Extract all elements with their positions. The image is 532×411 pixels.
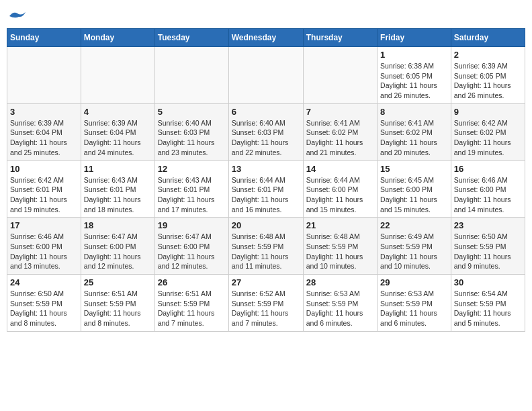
day-info: Sunrise: 6:41 AMSunset: 6:02 PMDaylight:… [380,118,448,158]
calendar-week-row: 1Sunrise: 6:38 AMSunset: 6:05 PMDaylight… [7,47,525,104]
day-info: Sunrise: 6:48 AMSunset: 5:59 PMDaylight:… [306,232,374,271]
weekday-header: Tuesday [154,29,228,47]
day-number: 28 [306,277,374,287]
day-info: Sunrise: 6:42 AMSunset: 6:01 PMDaylight:… [10,175,78,215]
day-number: 4 [84,107,152,117]
calendar-day-cell [81,47,154,104]
day-info: Sunrise: 6:43 AMSunset: 6:01 PMDaylight:… [84,175,152,215]
day-info: Sunrise: 6:53 AMSunset: 5:59 PMDaylight:… [380,289,448,328]
day-number: 5 [158,107,226,117]
calendar-day-cell: 2Sunrise: 6:39 AMSunset: 6:05 PMDaylight… [451,47,525,104]
day-number: 11 [84,164,152,174]
weekday-header: Friday [378,29,451,47]
logo-bird-icon [8,9,27,23]
day-number: 10 [10,164,78,174]
day-info: Sunrise: 6:43 AMSunset: 6:01 PMDaylight:… [158,175,226,215]
calendar-day-cell: 22Sunrise: 6:49 AMSunset: 5:59 PMDayligh… [378,218,451,275]
calendar-day-cell: 10Sunrise: 6:42 AMSunset: 6:01 PMDayligh… [7,161,81,218]
calendar-day-cell: 16Sunrise: 6:46 AMSunset: 6:00 PMDayligh… [451,161,525,218]
calendar-day-cell: 6Sunrise: 6:40 AMSunset: 6:03 PMDaylight… [228,103,303,161]
calendar-day-cell: 1Sunrise: 6:38 AMSunset: 6:05 PMDaylight… [378,47,451,104]
day-number: 18 [84,220,152,230]
day-number: 25 [84,277,152,287]
day-number: 9 [454,107,522,117]
day-number: 26 [158,277,226,287]
day-info: Sunrise: 6:50 AMSunset: 5:59 PMDaylight:… [454,232,522,271]
calendar-day-cell: 8Sunrise: 6:41 AMSunset: 6:02 PMDaylight… [378,103,451,161]
day-number: 23 [454,220,522,230]
day-number: 15 [380,164,448,174]
logo [7,7,27,26]
weekday-header: Sunday [7,29,81,47]
day-info: Sunrise: 6:40 AMSunset: 6:03 PMDaylight:… [232,118,300,158]
day-info: Sunrise: 6:52 AMSunset: 5:59 PMDaylight:… [232,289,300,328]
calendar-day-cell: 12Sunrise: 6:43 AMSunset: 6:01 PMDayligh… [154,161,228,218]
day-info: Sunrise: 6:49 AMSunset: 5:59 PMDaylight:… [380,232,448,271]
day-number: 3 [10,107,78,117]
calendar-day-cell: 28Sunrise: 6:53 AMSunset: 5:59 PMDayligh… [303,275,377,332]
weekday-header: Monday [81,29,154,47]
day-info: Sunrise: 6:48 AMSunset: 5:59 PMDaylight:… [232,232,300,271]
day-info: Sunrise: 6:38 AMSunset: 6:05 PMDaylight:… [380,61,448,101]
day-info: Sunrise: 6:54 AMSunset: 5:59 PMDaylight:… [454,289,522,328]
calendar-day-cell: 5Sunrise: 6:40 AMSunset: 6:03 PMDaylight… [154,103,228,161]
day-number: 1 [380,50,448,60]
calendar-week-row: 24Sunrise: 6:50 AMSunset: 5:59 PMDayligh… [7,275,525,332]
calendar-day-cell: 29Sunrise: 6:53 AMSunset: 5:59 PMDayligh… [378,275,451,332]
calendar-table: SundayMondayTuesdayWednesdayThursdayFrid… [7,28,525,332]
weekday-header: Thursday [303,29,377,47]
day-number: 14 [306,164,374,174]
calendar-day-cell: 3Sunrise: 6:39 AMSunset: 6:04 PMDaylight… [7,103,81,161]
calendar-day-cell: 13Sunrise: 6:44 AMSunset: 6:01 PMDayligh… [228,161,303,218]
page-header [7,7,525,26]
calendar-day-cell: 26Sunrise: 6:51 AMSunset: 5:59 PMDayligh… [154,275,228,332]
day-number: 17 [10,220,78,230]
day-number: 20 [232,220,300,230]
day-number: 24 [10,277,78,287]
calendar-day-cell: 27Sunrise: 6:52 AMSunset: 5:59 PMDayligh… [228,275,303,332]
calendar-day-cell: 7Sunrise: 6:41 AMSunset: 6:02 PMDaylight… [303,103,377,161]
calendar-day-cell: 18Sunrise: 6:47 AMSunset: 6:00 PMDayligh… [81,218,154,275]
calendar-day-cell [154,47,228,104]
calendar-day-cell: 23Sunrise: 6:50 AMSunset: 5:59 PMDayligh… [451,218,525,275]
day-info: Sunrise: 6:46 AMSunset: 6:00 PMDaylight:… [454,175,522,215]
weekday-header: Wednesday [228,29,303,47]
day-info: Sunrise: 6:53 AMSunset: 5:59 PMDaylight:… [306,289,374,328]
calendar-day-cell: 4Sunrise: 6:39 AMSunset: 6:04 PMDaylight… [81,103,154,161]
calendar-day-cell: 15Sunrise: 6:45 AMSunset: 6:00 PMDayligh… [378,161,451,218]
day-info: Sunrise: 6:46 AMSunset: 6:00 PMDaylight:… [10,232,78,271]
weekday-header: Saturday [451,29,525,47]
day-number: 12 [158,164,226,174]
calendar-day-cell: 24Sunrise: 6:50 AMSunset: 5:59 PMDayligh… [7,275,81,332]
day-number: 27 [232,277,300,287]
calendar-day-cell: 21Sunrise: 6:48 AMSunset: 5:59 PMDayligh… [303,218,377,275]
day-number: 7 [306,107,374,117]
day-info: Sunrise: 6:50 AMSunset: 5:59 PMDaylight:… [10,289,78,328]
calendar-day-cell [228,47,303,104]
day-info: Sunrise: 6:47 AMSunset: 6:00 PMDaylight:… [158,232,226,271]
day-info: Sunrise: 6:42 AMSunset: 6:02 PMDaylight:… [454,118,522,158]
calendar-day-cell: 30Sunrise: 6:54 AMSunset: 5:59 PMDayligh… [451,275,525,332]
day-number: 13 [232,164,300,174]
calendar-week-row: 3Sunrise: 6:39 AMSunset: 6:04 PMDaylight… [7,103,525,161]
day-number: 22 [380,220,448,230]
calendar-day-cell: 25Sunrise: 6:51 AMSunset: 5:59 PMDayligh… [81,275,154,332]
calendar-day-cell: 20Sunrise: 6:48 AMSunset: 5:59 PMDayligh… [228,218,303,275]
day-number: 30 [454,277,522,287]
day-info: Sunrise: 6:40 AMSunset: 6:03 PMDaylight:… [158,118,226,158]
day-info: Sunrise: 6:39 AMSunset: 6:04 PMDaylight:… [10,118,78,158]
calendar-header-row: SundayMondayTuesdayWednesdayThursdayFrid… [7,29,525,47]
calendar-day-cell [303,47,377,104]
day-info: Sunrise: 6:45 AMSunset: 6:00 PMDaylight:… [380,175,448,215]
calendar-day-cell: 11Sunrise: 6:43 AMSunset: 6:01 PMDayligh… [81,161,154,218]
day-number: 29 [380,277,448,287]
day-info: Sunrise: 6:41 AMSunset: 6:02 PMDaylight:… [306,118,374,158]
day-info: Sunrise: 6:51 AMSunset: 5:59 PMDaylight:… [158,289,226,328]
calendar-day-cell: 14Sunrise: 6:44 AMSunset: 6:00 PMDayligh… [303,161,377,218]
day-number: 16 [454,164,522,174]
calendar-week-row: 17Sunrise: 6:46 AMSunset: 6:00 PMDayligh… [7,218,525,275]
day-number: 21 [306,220,374,230]
calendar-day-cell [7,47,81,104]
calendar-day-cell: 19Sunrise: 6:47 AMSunset: 6:00 PMDayligh… [154,218,228,275]
day-number: 2 [454,50,522,60]
